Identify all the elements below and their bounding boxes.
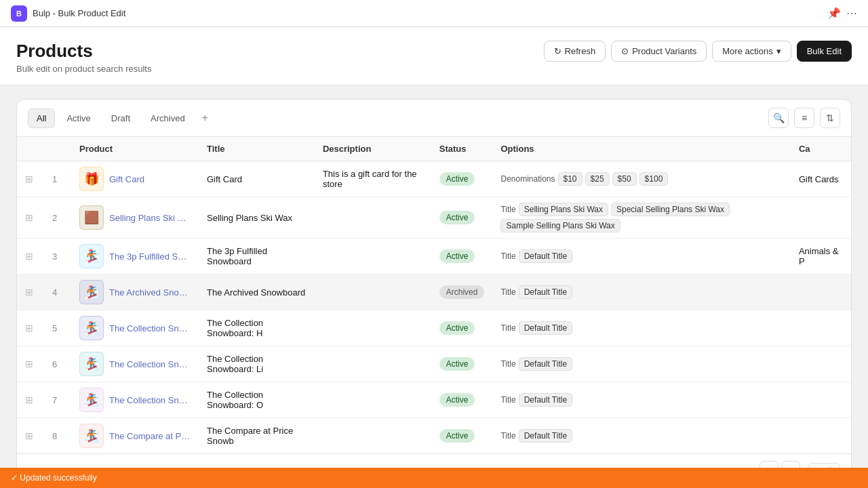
refresh-button[interactable]: ↻ Refresh xyxy=(544,41,606,62)
drag-handle-icon[interactable]: ⊞ xyxy=(25,287,33,298)
status-badge: Active xyxy=(439,249,475,263)
table-row: ⊞ 7 🏂 The Collection Snowb The Collectio… xyxy=(17,382,851,418)
tab-active[interactable]: Active xyxy=(58,108,99,128)
tab-all[interactable]: All xyxy=(28,108,55,128)
more-actions-button[interactable]: More actions ▾ xyxy=(712,41,791,62)
drag-handle-cell: ⊞ xyxy=(17,197,44,239)
status-cell: Active xyxy=(431,310,493,346)
drag-handle-cell: ⊞ xyxy=(17,310,44,346)
category-value: Animals & P xyxy=(799,246,839,266)
page-subtitle: Bulk edit on product search results xyxy=(16,64,151,74)
table-row: ⊞ 1 🎁 Gift Card Gift Card This is a gift… xyxy=(17,161,851,197)
bulk-edit-button[interactable]: Bulk Edit xyxy=(797,41,852,62)
col-drag xyxy=(17,137,44,161)
tabs-bar: All Active Draft Archived + 🔍 ≡ ⇅ xyxy=(17,100,851,137)
app-icon: B xyxy=(11,5,27,22)
option-tag: Default Title xyxy=(519,393,572,407)
filter-icon: ≡ xyxy=(802,113,807,123)
row-number: 2 xyxy=(52,213,57,223)
product-link[interactable]: The Compare at Price xyxy=(109,431,191,441)
product-title: The Compare at Price Snowb xyxy=(207,426,293,446)
row-number: 5 xyxy=(52,323,57,333)
option-tag: $10 xyxy=(558,172,583,186)
product-thumbnail: 🏂 xyxy=(79,424,104,448)
product-link[interactable]: The Collection Snowb xyxy=(109,395,191,405)
products-card: All Active Draft Archived + 🔍 ≡ ⇅ xyxy=(16,99,852,487)
drag-handle-icon[interactable]: ⊞ xyxy=(25,359,33,369)
tab-add-button[interactable]: + xyxy=(197,109,214,127)
more-icon[interactable]: ⋯ xyxy=(846,7,857,20)
options-cell: TitleDefault Title xyxy=(492,274,790,310)
status-cell: Active xyxy=(431,418,493,454)
product-cell: 🏂 The Collection Snowb xyxy=(71,382,199,418)
product-title: The Archived Snowboard xyxy=(207,287,305,298)
status-cell: Archived xyxy=(431,274,493,310)
product-link[interactable]: The Archived Snowbo xyxy=(109,287,191,298)
category-cell: Gift Cards xyxy=(791,161,851,197)
status-badge: Active xyxy=(439,211,475,224)
description-cell: This is a gift card for the store xyxy=(315,161,431,197)
product-cell: 🎁 Gift Card xyxy=(71,161,199,197)
product-link[interactable]: Selling Plans Ski Wax xyxy=(109,213,191,223)
table-row: ⊞ 2 🟫 Selling Plans Ski Wax Selling Plan… xyxy=(17,197,851,239)
product-link[interactable]: The Collection Snowb xyxy=(109,323,191,333)
drag-handle-cell: ⊞ xyxy=(17,161,44,197)
col-product: Product xyxy=(71,137,199,161)
status-cell: Active xyxy=(431,239,493,274)
drag-handle-icon[interactable]: ⊞ xyxy=(25,394,33,405)
variants-label: Product Variants xyxy=(632,46,696,56)
drag-handle-icon[interactable]: ⊞ xyxy=(25,174,33,184)
table-row: ⊞ 4 🏂 The Archived Snowbo The Archived S… xyxy=(17,274,851,310)
variants-icon: ⊙ xyxy=(621,46,629,56)
page-title: Products xyxy=(16,41,151,62)
filter-button[interactable]: ≡ xyxy=(794,108,814,128)
description-cell xyxy=(315,197,431,239)
products-table: Product Title Description Status Options… xyxy=(17,137,851,453)
title-cell: Gift Card xyxy=(199,161,315,197)
tab-archived[interactable]: Archived xyxy=(142,108,194,128)
chevron-down-icon: ▾ xyxy=(776,46,781,56)
topbar-right: 📌 ⋯ xyxy=(827,7,857,20)
status-badge: Active xyxy=(439,429,475,443)
product-link[interactable]: The Collection Snowb xyxy=(109,359,191,369)
drag-handle-icon[interactable]: ⊞ xyxy=(25,212,33,223)
category-cell: Animals & P xyxy=(791,239,851,274)
app-title: Bulp - Bulk Product Edit xyxy=(33,8,125,18)
status-badge: Active xyxy=(439,393,475,407)
options-cell: TitleDefault Title xyxy=(492,346,790,382)
row-number-cell: 8 xyxy=(44,418,71,454)
pin-icon[interactable]: 📌 xyxy=(827,7,841,20)
option-tag: $25 xyxy=(585,172,610,186)
title-cell: The Collection Snowboard: O xyxy=(199,382,315,418)
status-badge: Active xyxy=(439,357,475,371)
tab-draft[interactable]: Draft xyxy=(102,108,139,128)
options-label-4: Title xyxy=(500,323,515,333)
drag-handle-icon[interactable]: ⊞ xyxy=(25,323,33,333)
product-cell: 🏂 The Archived Snowbo xyxy=(71,274,199,310)
main-content: All Active Draft Archived + 🔍 ≡ ⇅ xyxy=(0,85,868,488)
topbar-left: B Bulp - Bulk Product Edit xyxy=(11,5,125,22)
sort-button[interactable]: ⇅ xyxy=(820,108,840,128)
drag-handle-icon[interactable]: ⊞ xyxy=(25,430,33,441)
product-title: The Collection Snowboard: Li xyxy=(207,354,263,374)
refresh-label: Refresh xyxy=(565,46,596,56)
product-link[interactable]: Gift Card xyxy=(109,174,144,184)
options-label-6: Title xyxy=(500,395,515,405)
col-status: Status xyxy=(431,137,493,161)
drag-handle-cell: ⊞ xyxy=(17,418,44,454)
drag-handle-cell: ⊞ xyxy=(17,274,44,310)
drag-handle-icon[interactable]: ⊞ xyxy=(25,251,33,262)
product-variants-button[interactable]: ⊙ Product Variants xyxy=(611,41,707,62)
product-thumbnail: 🟫 xyxy=(79,205,104,230)
row-number: 8 xyxy=(52,431,57,441)
row-number: 7 xyxy=(52,395,57,405)
options-cell: TitleSelling Plans Ski WaxSpecial Sellin… xyxy=(492,197,790,239)
option-tag: $50 xyxy=(612,172,637,186)
search-button[interactable]: 🔍 xyxy=(768,108,789,128)
drag-handle-cell: ⊞ xyxy=(17,382,44,418)
title-cell: Selling Plans Ski Wax xyxy=(199,197,315,239)
product-link[interactable]: The 3p Fulfilled Snowb xyxy=(109,251,191,262)
bottom-notification-bar: ✓ Updated successfully xyxy=(0,468,868,488)
product-cell: 🟫 Selling Plans Ski Wax xyxy=(71,197,199,239)
product-thumbnail: 🏂 xyxy=(79,280,104,304)
